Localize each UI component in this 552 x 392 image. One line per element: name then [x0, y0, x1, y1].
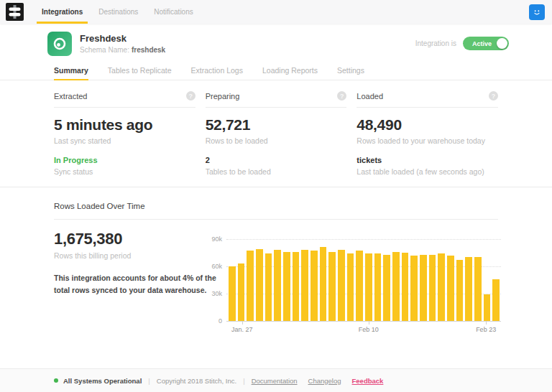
top-nav: Integrations Destinations Notifications: [0, 0, 552, 24]
last-table-caption: Last table loaded (a few seconds ago): [356, 167, 498, 176]
integration-is-label: Integration is: [415, 39, 456, 47]
chart-bar: [429, 255, 436, 321]
help-icon[interactable]: ?: [337, 91, 346, 101]
chart-bar: [484, 294, 491, 321]
chart-bar: [247, 251, 254, 321]
help-icon[interactable]: ?: [489, 91, 498, 101]
billing-total-caption: Rows this billing period: [54, 251, 225, 260]
rows-loaded-caption: Rows loaded to your warehouse today: [356, 136, 498, 145]
chart-bar: [320, 247, 327, 321]
stitch-dashboard: Integrations Destinations Notifications: [0, 0, 552, 392]
footer-link-changelog[interactable]: Changelog: [308, 377, 341, 385]
nav-tab-label: Notifications: [154, 8, 193, 16]
stat-header: Loaded ?: [356, 91, 498, 108]
integration-status-area: Integration is Active: [415, 37, 509, 50]
stat-title: Preparing: [206, 92, 240, 101]
chart-area: 90k60k30k0 Jan. 27Feb 10Feb 23: [203, 230, 501, 345]
chart-bar: [338, 250, 345, 321]
tab-tables-to-replicate[interactable]: Tables to Replicate: [108, 63, 172, 80]
schema-name-row: Schema Name:freshdesk: [80, 46, 165, 54]
toggle-state-label: Active: [472, 40, 492, 47]
chart-bar: [265, 253, 272, 321]
tab-summary[interactable]: Summary: [54, 63, 88, 80]
tab-label: Summary: [54, 66, 88, 75]
rows-loaded-card: Rows Loaded Over Time 1,675,380 Rows thi…: [0, 187, 552, 368]
chart-bar: [301, 250, 308, 321]
schema-name-value: freshdesk: [132, 46, 165, 54]
chart-bar: [374, 253, 382, 321]
chart-bar: [383, 255, 390, 321]
chart-bar: [347, 253, 354, 321]
smiley-icon: [531, 6, 543, 18]
nav-tabs: Integrations Destinations Notifications: [34, 0, 201, 24]
tab-settings[interactable]: Settings: [337, 63, 364, 80]
freshdesk-logo-icon: [47, 32, 72, 56]
last-sync-caption: Last sync started: [54, 136, 196, 145]
tables-to-load-value: 2: [206, 156, 347, 164]
nav-tab-label: Integrations: [42, 8, 83, 16]
chart-bars: [229, 230, 500, 321]
y-axis-tick-label: 30k: [203, 290, 222, 297]
tables-to-load-caption: Tables to be loaded: [206, 167, 347, 176]
chart-bar: [456, 260, 464, 321]
integration-name: Freshdesk: [80, 33, 165, 44]
chart-bar: [410, 256, 418, 321]
y-axis-tick-label: 90k: [203, 235, 222, 243]
schema-name-label: Schema Name:: [80, 46, 129, 54]
stat-title: Extracted: [54, 92, 87, 101]
stat-extracted: Extracted ? 5 minutes ago Last sync star…: [54, 91, 196, 187]
stat-loaded: Loaded ? 48,490 Rows loaded to your ware…: [356, 91, 498, 187]
footer-separator: |: [148, 377, 150, 385]
chart-bar: [420, 255, 427, 321]
tab-label: Extraction Logs: [191, 66, 243, 75]
stat-header: Extracted ?: [54, 91, 196, 108]
rows-to-load-caption: Rows to be loaded: [206, 136, 347, 145]
integration-header: Freshdesk Schema Name:freshdesk Integrat…: [0, 24, 552, 63]
chart-bar: [310, 251, 318, 321]
chart-bar: [274, 250, 281, 321]
stat-header: Preparing ?: [206, 91, 347, 108]
system-status-label: All Systems Operational: [63, 377, 142, 385]
status-dot-icon: [54, 378, 58, 383]
x-axis-tick: [486, 321, 487, 325]
stat-preparing: Preparing ? 52,721 Rows to be loaded 2 T…: [206, 91, 347, 187]
x-axis-tick-label: Feb 23: [476, 326, 496, 333]
footer-link-documentation[interactable]: Documentation: [252, 377, 298, 385]
integration-note: This integration accounts for about 4% o…: [54, 272, 225, 297]
footer-link-feedback[interactable]: Feedback: [352, 377, 384, 385]
x-axis-tick: [242, 321, 243, 325]
chart-gridline: [226, 321, 501, 322]
toggle-knob: [497, 38, 507, 49]
rows-loaded-value: 48,490: [356, 116, 498, 134]
help-icon[interactable]: ?: [186, 91, 196, 101]
chart-bar: [447, 256, 454, 321]
nav-tab-destinations[interactable]: Destinations: [91, 0, 146, 24]
nav-tab-notifications[interactable]: Notifications: [146, 0, 201, 24]
chart-bar: [392, 252, 400, 321]
chat-button[interactable]: [529, 4, 545, 20]
tab-loading-reports[interactable]: Loading Reports: [262, 63, 318, 80]
integration-tabs: Summary Tables to Replicate Extraction L…: [0, 63, 552, 80]
chart-body: 1,675,380 Rows this billing period This …: [0, 220, 552, 363]
nav-tab-label: Destinations: [98, 8, 138, 16]
footer: All Systems Operational | Copyright 2018…: [0, 368, 552, 392]
stitch-logo-icon[interactable]: [6, 3, 24, 21]
chart-bar: [256, 249, 263, 321]
chart-bar: [492, 279, 500, 321]
chart-bar: [438, 253, 445, 321]
footer-separator: |: [243, 377, 244, 385]
x-axis-tick-label: Jan. 27: [231, 326, 253, 333]
chart-bar: [328, 252, 336, 321]
x-axis-tick-label: Feb 10: [359, 326, 379, 333]
sync-stats-section: Extracted ? 5 minutes ago Last sync star…: [0, 80, 552, 187]
active-toggle[interactable]: Active: [463, 37, 509, 50]
y-axis-tick-label: 60k: [203, 263, 222, 270]
last-sync-value: 5 minutes ago: [54, 116, 196, 134]
nav-tab-integrations[interactable]: Integrations: [34, 0, 91, 24]
chart-bar: [402, 253, 409, 321]
billing-total-value: 1,675,380: [54, 230, 225, 248]
chart-bar: [229, 266, 236, 321]
tab-extraction-logs[interactable]: Extraction Logs: [191, 63, 243, 80]
sync-status-value: In Progress: [54, 156, 196, 164]
x-axis-tick: [369, 321, 369, 325]
